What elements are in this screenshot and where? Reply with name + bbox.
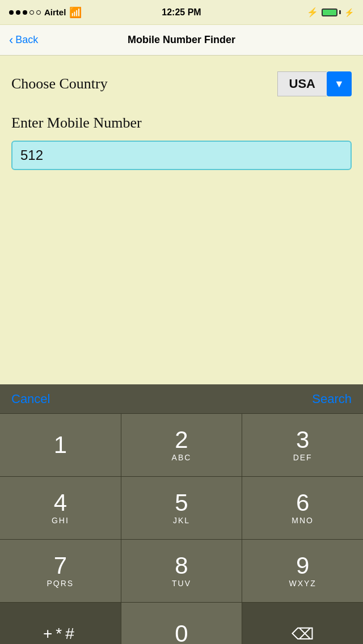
page-title: Mobile Number Finder (128, 34, 235, 46)
key-2[interactable]: 2 ABC (121, 414, 242, 476)
status-time: 12:25 PM (162, 7, 201, 18)
keyboard-toolbar: Cancel Search (0, 384, 363, 414)
battery-tip (339, 10, 341, 14)
country-value: USA (277, 71, 327, 96)
key-symbols-label: +*# (43, 625, 78, 643)
charging-icon: ⚡ (344, 8, 354, 17)
keyboard-area: Cancel Search 1 2 ABC 3 DEF 4 GHI 5 JKL … (0, 384, 363, 644)
key-7[interactable]: 7 PQRS (0, 540, 121, 602)
country-selector[interactable]: USA ▼ (277, 71, 352, 96)
back-button[interactable]: ‹ Back (9, 34, 38, 46)
key-backspace[interactable]: ⌫ (242, 603, 363, 644)
key-5[interactable]: 5 JKL (121, 477, 242, 539)
enter-number-label: Enter Mobile Number (11, 115, 352, 132)
dot-1 (9, 10, 14, 15)
dot-4 (29, 10, 34, 15)
key-1[interactable]: 1 (0, 414, 121, 476)
carrier-name: Airtel (44, 7, 66, 17)
key-6-num: 6 (296, 491, 309, 515)
bluetooth-icon: ⚡ (307, 7, 318, 18)
key-3[interactable]: 3 DEF (242, 414, 363, 476)
status-right: ⚡ ⚡ (307, 7, 354, 18)
key-2-num: 2 (175, 428, 188, 452)
status-left: Airtel 📶 (9, 6, 82, 19)
status-bar: Airtel 📶 12:25 PM ⚡ ⚡ (0, 0, 363, 25)
key-3-num: 3 (296, 428, 309, 452)
key-4[interactable]: 4 GHI (0, 477, 121, 539)
dot-2 (16, 10, 20, 15)
key-8[interactable]: 8 TUV (121, 540, 242, 602)
key-7-letters: PQRS (47, 579, 74, 588)
key-5-num: 5 (175, 491, 188, 515)
search-button[interactable]: Search (312, 392, 352, 406)
key-3-letters: DEF (293, 453, 313, 462)
key-9[interactable]: 9 WXYZ (242, 540, 363, 602)
wifi-icon: 📶 (69, 6, 82, 19)
key-7-num: 7 (54, 554, 67, 578)
key-6[interactable]: 6 MNO (242, 477, 363, 539)
main-content: Choose Country USA ▼ Enter Mobile Number (0, 56, 363, 384)
back-chevron-icon: ‹ (9, 34, 13, 46)
dropdown-arrow-icon: ▼ (334, 78, 344, 90)
key-9-letters: WXYZ (289, 579, 316, 588)
mobile-number-input[interactable] (11, 141, 352, 170)
key-8-num: 8 (175, 554, 188, 578)
key-symbols[interactable]: +*# (0, 603, 121, 644)
backspace-icon: ⌫ (292, 625, 314, 643)
battery-body (322, 9, 337, 16)
choose-country-label: Choose Country (11, 75, 108, 92)
dot-3 (23, 10, 27, 15)
key-8-letters: TUV (172, 579, 191, 588)
key-1-num: 1 (54, 433, 67, 457)
battery (322, 9, 341, 16)
key-5-letters: JKL (173, 516, 190, 525)
choose-country-row: Choose Country USA ▼ (11, 71, 352, 96)
key-0[interactable]: 0 (121, 603, 242, 644)
key-4-num: 4 (54, 491, 67, 515)
cancel-button[interactable]: Cancel (11, 392, 50, 406)
key-6-letters: MNO (292, 516, 314, 525)
key-9-num: 9 (296, 554, 309, 578)
back-label: Back (15, 34, 38, 46)
key-0-num: 0 (175, 622, 188, 644)
key-2-letters: ABC (172, 453, 192, 462)
nav-bar: ‹ Back Mobile Number Finder (0, 25, 363, 56)
keypad: 1 2 ABC 3 DEF 4 GHI 5 JKL 6 MNO 7 PQRS 8 (0, 414, 363, 644)
key-4-letters: GHI (52, 516, 69, 525)
dot-5 (36, 10, 41, 15)
signal-dots (9, 10, 41, 15)
country-dropdown-button[interactable]: ▼ (327, 71, 352, 96)
